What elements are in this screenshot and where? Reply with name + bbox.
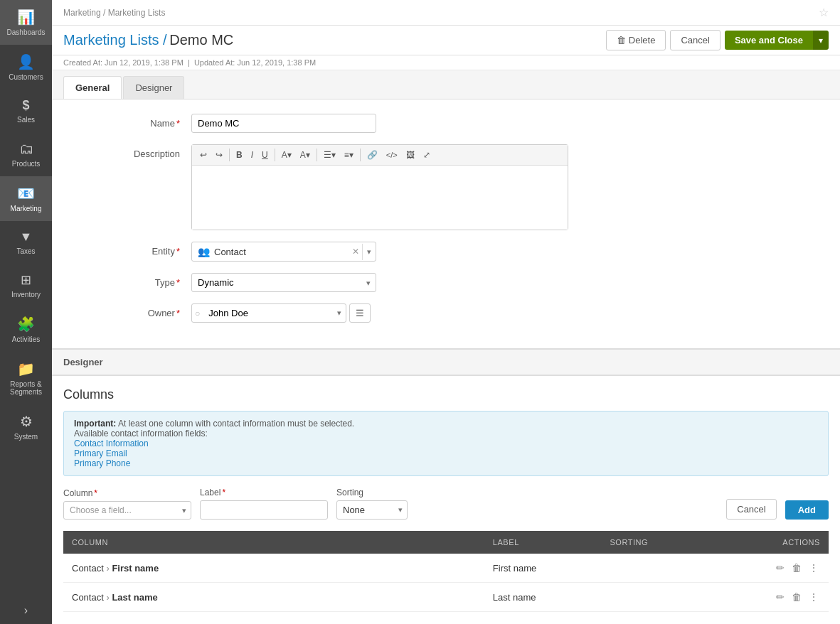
rte-image-btn[interactable]: 🖼: [403, 148, 418, 162]
sidebar-item-label: Sales: [17, 116, 35, 124]
description-label: Description: [63, 144, 191, 159]
type-label: Type*: [63, 273, 191, 288]
owner-menu-button[interactable]: ☰: [349, 303, 371, 323]
save-dropdown-button[interactable]: ▾: [813, 31, 829, 50]
rte-link-btn[interactable]: 🔗: [363, 148, 381, 162]
created-label: Created At:: [63, 58, 102, 67]
type-select[interactable]: Dynamic Static: [191, 273, 376, 292]
alert-info: Important: At least one column with cont…: [63, 411, 829, 476]
table-cell-column-1: Contact › Last name: [63, 583, 484, 612]
owner-arrow[interactable]: ▾: [333, 305, 346, 321]
add-button[interactable]: Add: [785, 500, 829, 520]
sidebar-item-products[interactable]: 🗂 Products: [0, 132, 52, 176]
topbar: Marketing / Marketing Lists ☆: [52, 0, 840, 26]
rte-bold-btn[interactable]: B: [233, 148, 246, 162]
edit-icon-0[interactable]: ✏: [775, 561, 786, 575]
table-cell-label-1: Last name: [484, 583, 602, 612]
rte-ol-btn[interactable]: ≡▾: [341, 148, 357, 162]
rte-code-btn[interactable]: </>: [383, 149, 401, 161]
owner-select[interactable]: John Doe: [203, 304, 333, 322]
column-cancel-button[interactable]: Cancel: [726, 499, 776, 520]
choose-field-arrow[interactable]: ▾: [178, 502, 191, 519]
label-field-input[interactable]: [200, 500, 328, 520]
content-area: Name* Description ↩ ↪ B I U A▾: [52, 99, 840, 624]
customers-icon: 👤: [17, 53, 35, 70]
page-header: Marketing Lists / Demo MC 🗑 Delete Cance…: [52, 26, 840, 55]
description-row: Description ↩ ↪ B I U A▾ A▾ ☰▾ ≡▾: [63, 144, 829, 230]
sidebar-item-system[interactable]: ⚙ System: [0, 404, 52, 449]
sorting-arrow[interactable]: ▾: [394, 502, 407, 518]
rte-undo-btn[interactable]: ↩: [196, 148, 211, 162]
sidebar-item-dashboards[interactable]: 📊 Dashboards: [0, 0, 52, 45]
sidebar-item-label: Customers: [9, 73, 43, 81]
sidebar-item-label: Products: [12, 160, 40, 168]
table-row: Contact › Last name Last name ✏ 🗑 ⋮: [63, 583, 829, 612]
rte-divider-4: [360, 149, 361, 161]
activities-icon: 🧩: [17, 316, 35, 333]
sorting-field-label: Sorting: [336, 488, 408, 497]
sidebar-expand-arrow[interactable]: ›: [17, 597, 35, 623]
table-actions-0: ✏ 🗑 ⋮: [716, 561, 820, 575]
sorting-container[interactable]: None ▾: [336, 500, 408, 520]
alert-field-contact-info[interactable]: Contact Information: [74, 439, 149, 448]
sorting-value: None: [337, 501, 394, 519]
trash-icon: 🗑: [617, 35, 626, 45]
delete-button[interactable]: 🗑 Delete: [606, 30, 666, 50]
rte-divider-2: [275, 149, 275, 161]
label-field-label: Label*: [200, 488, 328, 497]
alert-field-primary-email[interactable]: Primary Email: [74, 448, 127, 458]
owner-container: ○ John Doe ▾ ☰: [191, 303, 371, 323]
breadcrumb-separator: /: [103, 8, 108, 18]
table-header-row: COLUMN LABEL SORTING ACTIONS: [63, 531, 829, 554]
edit-icon-1[interactable]: ✏: [775, 590, 786, 604]
rte-italic-btn[interactable]: I: [248, 148, 257, 162]
rte-divider-3: [317, 149, 317, 161]
choose-field-placeholder: Choose a field...: [64, 502, 178, 519]
choose-field-container[interactable]: Choose a field... ▾: [63, 501, 191, 520]
rte-fullscreen-btn[interactable]: ⤢: [420, 148, 434, 162]
table-cell-sorting-0: [601, 554, 708, 583]
inventory-icon: ⊞: [21, 272, 31, 288]
delete-icon-0[interactable]: 🗑: [790, 561, 803, 575]
sidebar-item-marketing[interactable]: 📧 Marketing: [0, 176, 52, 221]
entity-arrow-btn[interactable]: ▾: [362, 244, 376, 260]
alert-field-primary-phone[interactable]: Primary Phone: [74, 458, 130, 468]
type-dropdown: Dynamic Static ▾: [191, 273, 376, 292]
sidebar-item-customers[interactable]: 👤 Customers: [0, 45, 52, 90]
sidebar-item-label: Activities: [12, 335, 40, 343]
tab-general[interactable]: General: [63, 76, 122, 99]
column-field-group: Column* Choose a field... ▾: [63, 488, 191, 520]
breadcrumb-parent[interactable]: Marketing: [63, 8, 101, 18]
table-cell-column-0: Contact › First name: [63, 554, 484, 583]
sidebar-item-taxes[interactable]: ▼ Taxes: [0, 221, 52, 264]
sidebar-item-reports[interactable]: 📁 Reports & Segments: [0, 352, 52, 404]
system-icon: ⚙: [20, 413, 33, 430]
rte-underline-btn[interactable]: U: [258, 148, 272, 162]
name-input[interactable]: [191, 114, 376, 133]
tab-designer[interactable]: Designer: [123, 76, 184, 99]
tabs: General Designer: [52, 70, 840, 99]
sidebar-item-inventory[interactable]: ⊞ Inventory: [0, 264, 52, 307]
columns-section: Columns Important: At least one column w…: [52, 376, 840, 623]
column-field-label: Column*: [63, 488, 191, 498]
entity-select[interactable]: 👥 Contact ✕ ▾: [191, 242, 376, 262]
rte-redo-btn[interactable]: ↪: [212, 148, 226, 162]
rte-bgcolor-btn[interactable]: A▾: [297, 148, 314, 162]
description-editor[interactable]: [192, 166, 568, 230]
entity-clear-btn[interactable]: ✕: [349, 243, 362, 260]
delete-icon-1[interactable]: 🗑: [790, 590, 803, 604]
sidebar-item-activities[interactable]: 🧩 Activities: [0, 307, 52, 352]
designer-title: Designer: [63, 357, 103, 367]
cancel-button[interactable]: Cancel: [670, 30, 720, 50]
more-icon-0[interactable]: ⋮: [807, 561, 820, 575]
marketing-icon: 📧: [17, 185, 35, 202]
table-cell-actions-0: ✏ 🗑 ⋮: [708, 554, 829, 583]
sorting-field-group: Sorting None ▾: [336, 488, 408, 520]
more-icon-1[interactable]: ⋮: [807, 590, 820, 604]
rte-ul-btn[interactable]: ☰▾: [320, 148, 339, 162]
star-icon[interactable]: ☆: [819, 6, 829, 19]
rte-fontcolor-btn[interactable]: A▾: [278, 148, 295, 162]
name-row: Name*: [63, 114, 829, 133]
save-and-close-button[interactable]: Save and Close: [725, 31, 813, 50]
sidebar-item-sales[interactable]: $ Sales: [0, 90, 52, 132]
